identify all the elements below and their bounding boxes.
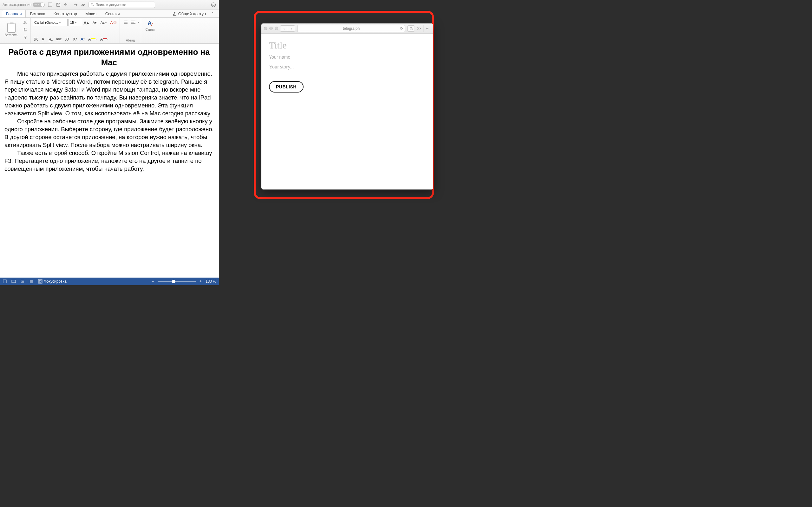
autosave-control[interactable]: Автосохранение выкл. bbox=[3, 3, 45, 7]
focus-mode-button[interactable]: Фокусировка bbox=[38, 279, 67, 284]
svg-rect-27 bbox=[38, 279, 42, 283]
bold-button[interactable]: Ж bbox=[33, 36, 39, 42]
svg-rect-0 bbox=[48, 3, 52, 6]
statusbar: Фокусировка − + 130 % bbox=[0, 278, 219, 285]
tab-insert[interactable]: Вставка bbox=[26, 10, 49, 17]
view-draft-icon[interactable] bbox=[29, 279, 34, 284]
undo-icon[interactable] bbox=[64, 2, 69, 8]
view-outline-icon[interactable] bbox=[20, 279, 25, 284]
svg-point-9 bbox=[26, 23, 27, 24]
paragraph-label: Абзац bbox=[122, 39, 139, 42]
clear-format-icon[interactable]: A⌫ bbox=[109, 19, 118, 26]
search-box[interactable] bbox=[89, 2, 155, 8]
reload-icon[interactable]: ⟳ bbox=[400, 26, 403, 31]
copy-icon[interactable] bbox=[22, 26, 29, 33]
word-titlebar: Автосохранение выкл. ≫ bbox=[0, 0, 219, 9]
forward-button[interactable]: › bbox=[288, 25, 295, 32]
cut-icon[interactable] bbox=[22, 19, 29, 25]
paste-button[interactable]: Вставить bbox=[3, 23, 20, 37]
zoom-level[interactable]: 130 % bbox=[206, 279, 216, 284]
document-paragraph[interactable]: Откройте на рабочем столе две программы.… bbox=[4, 118, 214, 149]
styles-icon: A⁄ bbox=[146, 19, 154, 27]
document-paragraph[interactable]: Мне часто приходится работать с двумя пр… bbox=[4, 70, 214, 118]
view-print-icon[interactable] bbox=[3, 279, 7, 284]
format-painter-icon[interactable] bbox=[22, 34, 29, 41]
svg-point-6 bbox=[212, 4, 213, 4]
font-size-select[interactable]: 15▾ bbox=[68, 19, 81, 26]
svg-point-3 bbox=[91, 3, 93, 5]
styles-group: A⁄ Стили bbox=[141, 18, 159, 43]
new-tab-button[interactable]: + bbox=[423, 25, 431, 32]
share-button[interactable]: Общий доступ bbox=[170, 10, 208, 17]
search-input[interactable] bbox=[96, 3, 153, 7]
text-effects-button[interactable]: A▾ bbox=[79, 36, 86, 42]
autosave-label: Автосохранение bbox=[3, 3, 32, 7]
chevron-down-icon: ▾ bbox=[59, 21, 61, 24]
strike-button[interactable]: abc bbox=[55, 36, 63, 42]
name-input[interactable]: Your name bbox=[269, 55, 426, 60]
document-paragraph[interactable]: Также есть второй способ. Откройте Missi… bbox=[4, 149, 214, 173]
view-web-icon[interactable] bbox=[11, 279, 16, 284]
ribbon: Вставить Calibri (Осно…▾ 15▾ A▴ A▾ Aa▾ A… bbox=[0, 18, 219, 44]
document-title[interactable]: Работа с двумя приложениями одновременно… bbox=[4, 47, 214, 67]
svg-rect-28 bbox=[39, 280, 41, 282]
align-icon[interactable] bbox=[130, 19, 137, 25]
ribbon-tabs: Главная Вставка Конструктор Макет Ссылки… bbox=[0, 9, 219, 18]
url-text: telegra.ph bbox=[343, 26, 360, 31]
font-color-button[interactable]: A▾ bbox=[99, 36, 110, 42]
ribbon-collapse-icon[interactable]: ⌃ bbox=[208, 10, 217, 17]
tab-design[interactable]: Конструктор bbox=[49, 10, 81, 17]
story-input[interactable]: Your story... bbox=[269, 64, 426, 70]
change-case-icon[interactable]: Aa▾ bbox=[99, 19, 108, 26]
more-qat-icon[interactable]: ≫ bbox=[80, 2, 86, 8]
feedback-smiley-icon[interactable] bbox=[211, 2, 216, 8]
superscript-button[interactable]: X2 bbox=[72, 36, 78, 42]
safari-toolbar: ‹ › telegra.ph ⟳ ≫ + bbox=[261, 23, 433, 34]
font-group: Calibri (Осно…▾ 15▾ A▴ A▾ Aa▾ A⌫ Ж К Ч▾ … bbox=[31, 18, 120, 43]
maximize-icon[interactable] bbox=[275, 26, 278, 30]
safari-share-icon[interactable] bbox=[407, 25, 415, 32]
minimize-icon[interactable] bbox=[269, 26, 273, 30]
shrink-font-icon[interactable]: A▾ bbox=[91, 19, 98, 26]
autosave-toggle[interactable]: выкл. bbox=[33, 3, 45, 7]
zoom-in-button[interactable]: + bbox=[200, 279, 202, 284]
subscript-button[interactable]: X2 bbox=[64, 36, 70, 42]
safari-window: ‹ › telegra.ph ⟳ ≫ + Title Your name You… bbox=[261, 23, 433, 189]
publish-button[interactable]: PUBLISH bbox=[269, 81, 304, 93]
document-area[interactable]: Работа с двумя приложениями одновременно… bbox=[0, 44, 219, 278]
clipboard-group: Вставить bbox=[1, 18, 31, 43]
title-input[interactable]: Title bbox=[269, 40, 426, 51]
underline-button[interactable]: Ч▾ bbox=[47, 36, 54, 42]
telegraph-editor: Title Your name Your story... PUBLISH bbox=[261, 34, 433, 189]
tab-home[interactable]: Главная bbox=[2, 10, 26, 17]
search-icon bbox=[91, 3, 94, 6]
svg-point-8 bbox=[24, 23, 25, 24]
grow-font-icon[interactable]: A▴ bbox=[82, 19, 90, 26]
home-icon[interactable] bbox=[47, 2, 53, 8]
svg-line-4 bbox=[93, 5, 94, 6]
font-name-select[interactable]: Calibri (Осно…▾ bbox=[33, 19, 67, 26]
share-icon bbox=[172, 12, 177, 16]
redo-icon[interactable] bbox=[72, 2, 78, 8]
traffic-lights[interactable] bbox=[264, 26, 278, 30]
tabs-overflow-icon[interactable]: ≫ bbox=[417, 26, 421, 31]
url-bar[interactable]: telegra.ph ⟳ bbox=[297, 25, 405, 32]
chevron-down-icon: ▾ bbox=[75, 21, 77, 24]
zoom-slider[interactable] bbox=[158, 281, 196, 282]
back-button[interactable]: ‹ bbox=[280, 25, 288, 32]
italic-button[interactable]: К bbox=[40, 36, 46, 42]
highlight-button[interactable]: A▾ bbox=[87, 36, 98, 42]
zoom-out-button[interactable]: − bbox=[152, 279, 154, 284]
tab-layout[interactable]: Макет bbox=[81, 10, 101, 17]
styles-button[interactable]: A⁄ Стили bbox=[143, 19, 157, 32]
paragraph-more-icon[interactable]: ▾ bbox=[138, 21, 139, 24]
bullets-icon[interactable] bbox=[122, 19, 129, 25]
close-icon[interactable] bbox=[264, 26, 267, 30]
right-pane: ‹ › telegra.ph ⟳ ≫ + Title Your name You… bbox=[219, 0, 457, 285]
save-icon[interactable] bbox=[55, 2, 61, 8]
paragraph-group: ▾ Абзац bbox=[120, 18, 141, 43]
focus-icon bbox=[38, 279, 43, 284]
svg-rect-20 bbox=[12, 280, 15, 283]
clipboard-icon bbox=[7, 23, 15, 33]
tab-references[interactable]: Ссылки bbox=[101, 10, 124, 17]
